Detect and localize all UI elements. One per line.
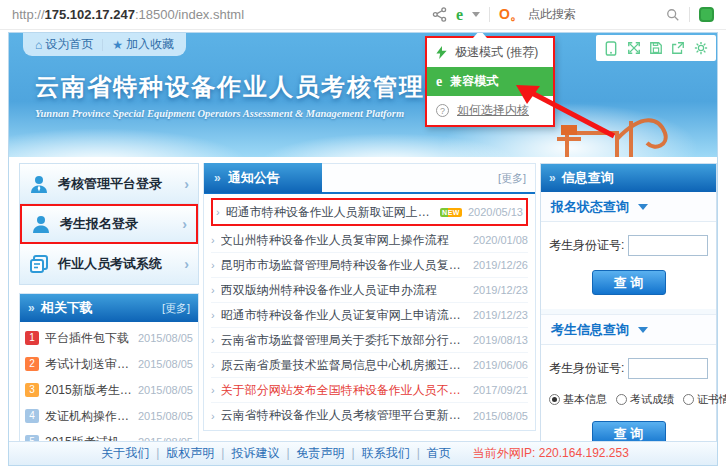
notice-item-date: 2019/12/23 (473, 284, 528, 296)
notice-item[interactable]: ›关于部分网站发布全国特种设备作业人员不实信息...2017/09/21 (211, 378, 528, 403)
notice-item-label[interactable]: 昭通市特种设备作业人员证复审网上申请流程及相... (221, 307, 467, 324)
browser-toolbar: http://175.102.17.247:18500/index.shtml … (0, 0, 726, 30)
mobile-icon[interactable] (604, 41, 618, 56)
downloads-more-link[interactable]: [更多] (162, 301, 190, 316)
download-item-label[interactable]: 2015新版考生操作... (45, 382, 134, 399)
notice-item-label[interactable]: 西双版纳州特种设备作业人员证申办流程 (221, 282, 437, 299)
footer-link[interactable]: 免责声明 (297, 446, 345, 460)
notice-item-date: 2020/01/08 (473, 234, 528, 246)
notice-item[interactable]: ›西双版纳州特种设备作业人员证申办流程2019/12/23 (211, 278, 528, 303)
radio-icon[interactable] (549, 394, 560, 405)
chevron-down-icon[interactable] (472, 12, 480, 17)
footer-link[interactable]: 投诉建议 (231, 446, 279, 460)
download-item[interactable]: 32015新版考生操作...2015/08/05 (25, 377, 193, 403)
radio-option[interactable]: 基本信息 (549, 392, 607, 407)
search-input[interactable]: O。 点此搜索 (499, 6, 657, 24)
radio-icon[interactable] (616, 394, 627, 405)
sidebar-item-exam-system[interactable]: 作业人员考试系统 › (20, 244, 198, 284)
menu-item-kernel-help[interactable]: ? 如何选择内核 (427, 96, 553, 125)
double-chevron-icon: » (214, 171, 221, 185)
bullet-arrow-icon: › (216, 206, 220, 218)
url-path: :18500/index.shtml (135, 7, 244, 22)
notice-item[interactable]: ›云南省特种设备作业人员考核管理平台更新至20...2015/08/05 (211, 403, 528, 428)
export-icon[interactable] (671, 41, 685, 55)
menu-item-compat-mode[interactable]: e 兼容模式 (427, 67, 553, 96)
sidebar-item-assessment-login[interactable]: 考核管理平台登录 › (20, 164, 198, 204)
quick-links: ⌂设为首页 ★加入收藏 (23, 33, 186, 56)
query-button[interactable]: 查 询 (592, 270, 666, 295)
save-icon[interactable] (649, 41, 663, 55)
footer-link[interactable]: 关于我们 (101, 446, 149, 460)
radio-icon[interactable] (683, 394, 694, 405)
sidebar-item-label: 考生报名登录 (60, 215, 182, 233)
section-registration-status[interactable]: 报名状态查询 (541, 192, 716, 222)
notice-item[interactable]: ›昆明市市场监督管理局特种设备作业人员复审流程...2019/12/26 (211, 253, 528, 278)
notice-item-label[interactable]: 关于部分网站发布全国特种设备作业人员不实信息... (221, 382, 467, 399)
notices-more-link[interactable]: [更多] (498, 171, 535, 186)
download-item[interactable]: 4发证机构操作手册2015/08/05 (25, 403, 193, 429)
add-favorite-label: 加入收藏 (126, 36, 174, 53)
star-icon: ★ (112, 38, 123, 52)
download-item[interactable]: 2考试计划送审、审核 ...2015/08/05 (25, 351, 193, 377)
double-chevron-icon: » (549, 171, 556, 185)
radio-label: 基本信息 (563, 392, 607, 407)
notice-item[interactable]: ›原云南省质量技术监督局信息中心机房搬迁公告2019/06/06 (211, 353, 528, 378)
footer-link[interactable]: 首页 (427, 446, 451, 460)
query-header: » 信息查询 (541, 164, 716, 192)
notice-item[interactable]: ›昭通市特种设备作业人员新取证网上报名流程NEW2020/05/13 (211, 198, 528, 226)
fullscreen-icon[interactable] (627, 41, 641, 55)
tab-notices[interactable]: » 通知公告 (204, 163, 322, 193)
search-icon[interactable] (666, 8, 680, 22)
download-item-label[interactable]: 平台插件包下载 (45, 330, 134, 347)
notice-item-label[interactable]: 云南省特种设备作业人员考核管理平台更新至20... (221, 407, 467, 424)
notice-panel: » 通知公告 [更多] ›昭通市特种设备作业人员新取证网上报名流程NEW2020… (203, 163, 536, 431)
notice-item-label[interactable]: 原云南省质量技术监督局信息中心机房搬迁公告 (221, 357, 467, 374)
download-item[interactable]: 1平台插件包下载2015/08/05 (25, 325, 193, 351)
radio-option[interactable]: 证书情况 (683, 392, 726, 407)
id-number-input[interactable] (628, 235, 708, 256)
sidebar-item-candidate-login[interactable]: 考生报名登录 › (20, 204, 198, 244)
id-number-label: 考生身份证号: (549, 360, 624, 377)
footer-separator: | (352, 446, 355, 460)
footer-link[interactable]: 联系我们 (362, 446, 410, 460)
share-icon[interactable] (432, 7, 447, 22)
radio-option[interactable]: 考试成绩 (616, 392, 674, 407)
ie-mode-icon[interactable]: e (456, 6, 463, 24)
ip-value: 220.164.192.253 (539, 446, 629, 460)
search-placeholder: 点此搜索 (528, 6, 576, 23)
notice-item-label[interactable]: 昭通市特种设备作业人员新取证网上报名流程 (226, 204, 434, 221)
download-item-label[interactable]: 发证机构操作手册 (45, 408, 134, 425)
footer-separator: | (286, 446, 289, 460)
bullet-arrow-icon: › (211, 259, 215, 271)
set-homepage-link[interactable]: ⌂设为首页 (35, 36, 93, 53)
menu-notch (473, 33, 487, 38)
gear-icon[interactable] (694, 41, 708, 55)
add-favorite-link[interactable]: ★加入收藏 (112, 36, 174, 53)
menu-item-speed-mode[interactable]: 极速模式 (推荐) (427, 38, 553, 67)
address-bar[interactable]: http://175.102.17.247:18500/index.shtml (12, 7, 244, 22)
footer: 关于我们|版权声明|投诉建议|免责声明|联系我们|首页 当前外网IP: 220.… (9, 441, 717, 465)
notice-item-label[interactable]: 昆明市市场监督管理局特种设备作业人员复审流程... (221, 257, 467, 274)
notice-item[interactable]: ›云南省市场监督管理局关于委托下放部分行政许可...2019/08/13 (211, 328, 528, 353)
notice-item-label[interactable]: 云南省市场监督管理局关于委托下放部分行政许可... (221, 332, 467, 349)
notice-list: ›昭通市特种设备作业人员新取证网上报名流程NEW2020/05/13›文山州特种… (204, 194, 535, 430)
notice-item[interactable]: ›昭通市特种设备作业人员证复审网上申请流程及相...2019/12/23 (211, 303, 528, 328)
notice-item-label[interactable]: 文山州特种设备作业人员复审网上操作流程 (221, 232, 449, 249)
bullet-arrow-icon: › (211, 284, 215, 296)
chevron-right-icon: › (182, 216, 196, 232)
footer-link[interactable]: 版权声明 (166, 446, 214, 460)
page-frame: ⌂设为首页 ★加入收藏 云南省特种设备作业人员考核管理平台 Yunnan Pro… (8, 32, 718, 466)
download-item-label[interactable]: 考试计划送审、审核 ... (45, 356, 134, 373)
browser-logo-icon[interactable] (699, 7, 714, 22)
query-panel-wrap: » 信息查询 报名状态查询 考生身份证号: 查 询 考生信息查询 (540, 163, 717, 461)
bullet-arrow-icon: › (211, 309, 215, 321)
header-banner: ⌂设为首页 ★加入收藏 云南省特种设备作业人员考核管理平台 Yunnan Pro… (9, 33, 717, 157)
id-number-input[interactable] (628, 358, 708, 379)
section-candidate-info[interactable]: 考生信息查询 (541, 315, 716, 345)
notice-item-date: 2015/08/05 (473, 410, 528, 422)
home-icon: ⌂ (35, 38, 42, 52)
divider (689, 7, 690, 22)
notice-item[interactable]: ›文山州特种设备作业人员复审网上操作流程2020/01/08 (211, 228, 528, 253)
help-icon: ? (436, 104, 449, 117)
search-engine-logo: O。 (499, 6, 524, 24)
